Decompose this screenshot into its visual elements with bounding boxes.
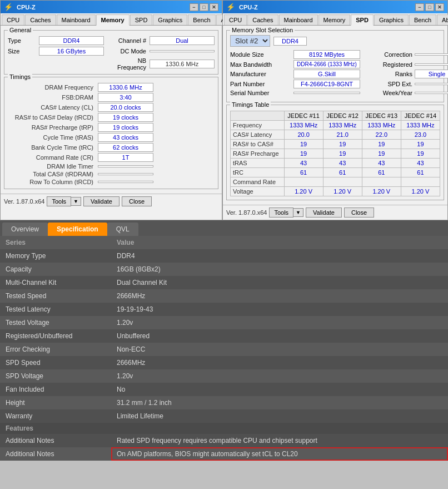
minimize-btn-left[interactable]: − [190,3,198,11]
tools-btn-right[interactable]: Tools ▼ [269,208,303,218]
table-row: Tested Speed 2666MHz [0,289,448,303]
tab-memory-left[interactable]: Memory [96,14,130,26]
tested-voltage-value: 1.20v [111,316,448,329]
registered-label: Registered [362,61,412,68]
tab-bench-left[interactable]: Bench [188,14,215,25]
table-row: RAS# to CAS# 19 19 19 19 [231,140,440,149]
fan-label: Fan Included [0,383,111,396]
tras-label: tRAS [231,159,285,168]
cas-value: 20.0 clocks [98,103,153,112]
minimize-btn-right[interactable]: − [415,3,424,11]
cmd-rate-label: Command Rate [231,177,285,187]
nb-freq-label3: NB Frequency [107,57,146,71]
size-label: Size [8,48,36,55]
timings-group: Timings DRAM Frequency 1330.6 MHz FSB:DR… [4,77,218,189]
tab-mainboard-left[interactable]: Mainboard [57,14,96,25]
bank-value: 62 clocks [98,143,153,152]
series-value: Value [111,236,448,249]
ras-cas-j11: 19 [284,140,323,149]
spd-timings-table: JEDEC #11 JEDEC #12 JEDEC #13 JEDEC #14 … [230,111,440,196]
slot-title: Memory Slot Selection [230,27,295,33]
tested-latency-label: Tested Latency [0,303,111,316]
freq-j11: 1333 MHz [284,121,323,130]
maximize-btn-left[interactable]: □ [200,3,208,11]
tab-cpu-left[interactable]: CPU [2,14,24,25]
validate-btn-left[interactable]: Validate [83,196,120,206]
cmd-j14 [401,177,440,187]
tab-cpu-right[interactable]: CPU [224,14,247,25]
fsb-dram-label: FSB:DRAM [8,94,97,101]
add-notes1-value: Rated SPD frequency requires compatible … [111,434,448,447]
spd-speed-label: SPD Speed [0,356,111,369]
tab-bar-left: CPU Caches Mainboard Memory SPD Graphics… [1,13,222,26]
cas-j12: 21.0 [323,130,362,140]
col-jedec14: JEDEC #14 [401,111,440,121]
validate-btn-right[interactable]: Validate [306,208,342,218]
title-right: ⚡ CPU-Z [226,3,258,11]
tools-label-left[interactable]: Tools [47,196,71,206]
max-bw-value: DDR4-2666 (1333 MHz) [293,60,360,68]
tab-bench-right[interactable]: Bench [409,14,436,25]
tras-j14: 43 [401,159,440,168]
tab-spd-left[interactable]: SPD [130,14,153,25]
close-btn-left[interactable]: ✕ [210,3,218,11]
spd-voltage-label: SPD Voltage [0,369,111,383]
freq-j12: 1333 MHz [323,121,362,130]
tools-arrow-right[interactable]: ▼ [293,208,303,217]
reg-unb-value: Unbuffered [111,329,448,343]
tab-graphics-left[interactable]: Graphics [153,14,187,25]
freq-label: Frequency [231,121,285,130]
cmd-j12 [323,177,362,187]
table-row: Command Rate [231,177,440,187]
version-left: Ver. 1.87.0.x64 [4,198,44,205]
tested-speed-label: Tested Speed [0,289,111,303]
tab-graphics-right[interactable]: Graphics [374,14,409,25]
tools-label-right[interactable]: Tools [269,208,293,218]
tab-specification[interactable]: Specification [48,223,107,236]
mc-kit-label: Multi-Channel Kit [0,276,111,289]
tools-btn-left[interactable]: Tools ▼ [47,196,81,206]
tab-overview[interactable]: Overview [2,223,48,236]
cas-j11: 20.0 [284,130,323,140]
tools-arrow-left[interactable]: ▼ [71,197,81,206]
col-header-label [231,111,285,121]
close-btn-main-right[interactable]: Close [344,208,374,218]
tab-qvl[interactable]: QVL [107,223,138,236]
slot-group: Memory Slot Selection Slot #2 DDR4 Modul… [226,30,444,102]
bank-label: Bank Cycle Time (tRC) [8,144,97,151]
tab-caches-left[interactable]: Caches [25,14,56,25]
height-value: 31.2 mm / 1.2 inch [111,396,448,409]
maximize-btn-right[interactable]: □ [425,3,434,11]
bottom-tab-bar: Overview Specification QVL [0,220,448,236]
cas-label: CAS# Latency (CL) [8,104,97,111]
tab-spd-right[interactable]: SPD [351,14,374,26]
tab-bar-right: CPU Caches Mainboard Memory SPD Graphics… [223,13,447,26]
tab-about-right[interactable]: About [437,14,448,25]
volt-j11: 1.20 V [284,187,323,196]
slot-select[interactable]: Slot #2 [230,35,270,47]
correction-label: Correction [362,51,412,58]
manufacturer-label: Manufacturer [230,71,291,77]
timings-title: Timings [8,73,32,80]
close-btn-main-left[interactable]: Close [122,196,152,206]
tras-j13: 43 [362,159,401,168]
tab-mainboard-right[interactable]: Mainboard [279,14,318,25]
col-jedec12: JEDEC #12 [323,111,362,121]
table-row: tRC 61 61 61 61 [231,168,440,177]
tested-latency-value: 19-19-19-43 [111,303,448,316]
memory-content: General Type DDR4 Channel # Dual Size 16… [1,26,222,194]
tab-caches-right[interactable]: Caches [247,14,278,25]
table-row: RAS# Precharge 19 19 19 19 [231,149,440,159]
tab-memory-right[interactable]: Memory [318,14,351,25]
module-size-label: Module Size [230,51,291,58]
general-title: General [8,27,33,33]
volt-j13: 1.20 V [362,187,401,196]
spec-table: Series Value Memory Type DDR4 Capacity 1… [0,236,448,461]
correction-value [415,53,448,56]
close-btn-right[interactable]: ✕ [435,3,444,11]
ras-cas-label: RAS# to CAS# Delay (tRCD) [8,114,97,121]
row-col-value [98,181,153,183]
mem-type-label: Memory Type [0,249,111,263]
cmd-label: Command Rate (CR) [8,154,97,161]
height-label: Height [0,396,111,409]
